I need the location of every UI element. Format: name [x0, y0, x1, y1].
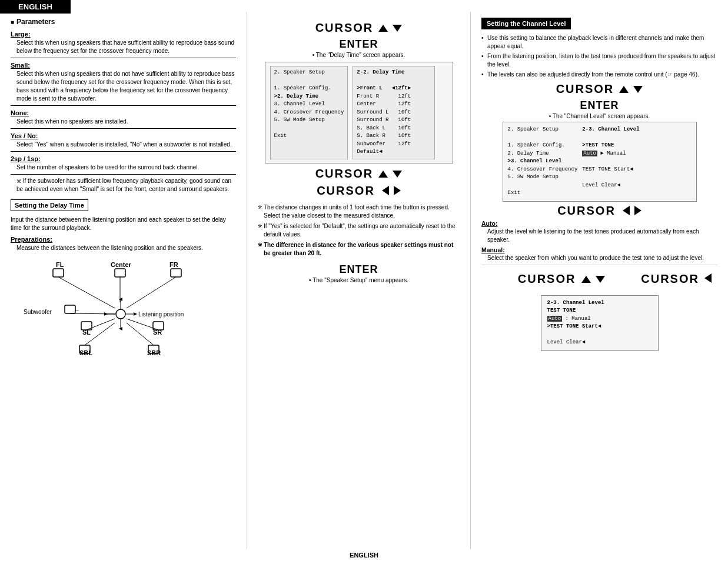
svg-text:FL: FL: [56, 261, 64, 268]
right-line-2: >Front L ◄12ft►: [357, 85, 431, 93]
preparations-desc: Measure the distances between the listen…: [16, 244, 236, 252]
svg-line-6: [58, 277, 115, 308]
right-line-8: S. Back R 10ft: [357, 132, 431, 141]
cursor-label-r1: CURSOR: [556, 82, 614, 96]
cursor-label-2: CURSOR: [315, 167, 374, 181]
divider-small: [11, 105, 236, 106]
ch-left-3: 1. Speaker Config.: [508, 142, 578, 150]
enter-desc-1: • The "Delay Time" screen appears.: [258, 52, 460, 58]
svg-text:Subwoofer: Subwoofer: [24, 309, 52, 315]
ch-left-7: 5. SW Mode Setup: [508, 173, 578, 182]
divider-none: [11, 128, 236, 129]
ch-left-2: [508, 134, 578, 142]
bottom-line-1: 2-3. Channel Level: [547, 299, 652, 308]
ch-left-5: >3. Channel Level: [508, 158, 578, 166]
parameters-title: Parameters: [11, 18, 236, 26]
menu-line-5: 3. Channel Level: [274, 101, 344, 109]
svg-text:Listening position: Listening position: [138, 311, 184, 318]
svg-text:─: ─: [75, 308, 79, 313]
yes-no-label: Yes / No:: [11, 132, 236, 139]
menu-line-4: >2. Delay Time: [274, 93, 344, 101]
delay-menu-left: 2. Speaker Setup 1. Speaker Config. >2. …: [270, 66, 348, 159]
yes-no-desc: Select "Yes" when a subwoofer is install…: [16, 141, 236, 149]
bottom-line-2: TEST TONE: [547, 307, 652, 315]
svg-text:Center: Center: [111, 261, 132, 268]
menu-line-8: [274, 125, 344, 133]
svg-point-13: [116, 309, 125, 319]
channel-menu-right: 2-3. Channel Level >TEST TONE Auto ► Man…: [582, 126, 639, 198]
cursor-label-r4: CURSOR: [641, 272, 699, 286]
menu-line-9: Exit: [274, 132, 344, 141]
ch-right-3: Auto ► Manual: [582, 150, 639, 158]
cursor-arrows-ud-2: [378, 171, 402, 178]
enter-block-1: ENTER • The "Delay Time" screen appears.: [258, 38, 460, 58]
right-line-1: [357, 77, 431, 85]
svg-rect-10: [65, 305, 75, 313]
middle-column: CURSOR ENTER • The "Delay Time" screen a…: [247, 12, 471, 549]
enter-desc-2: • The "Speaker Setup" menu appears.: [258, 277, 460, 283]
preparations-label: Preparations:: [11, 236, 236, 243]
cursor-right-arrow-1[interactable]: [394, 186, 401, 195]
cursor-left-r2[interactable]: [623, 206, 630, 215]
cursor-down-arrow-2[interactable]: [393, 171, 402, 178]
channel-level-screen: 2. Speaker Setup 1. Speaker Config. 2. D…: [503, 122, 697, 202]
twosp-desc: Set the number of speakers to be used fo…: [16, 163, 236, 172]
cursor-up-arrow-1[interactable]: [378, 25, 388, 32]
channel-level-title: Setting the Channel Level: [481, 18, 571, 29]
manual-desc: Select the speaker from which you want t…: [487, 254, 717, 262]
subwoofer-note: ※ If the subwoofer has sufficient low fr…: [16, 177, 236, 193]
right-line-5: Surround L 10ft: [357, 109, 431, 117]
ch-right-6: [582, 173, 639, 182]
right-line-title: 2-2. Delay Time: [357, 69, 431, 77]
svg-line-23: [87, 319, 115, 330]
delay-intro: Input the distance between the listening…: [11, 216, 236, 232]
bottom-line-5: [547, 331, 652, 339]
cursor-down-arrow-1[interactable]: [393, 25, 402, 32]
cursor-up-r1[interactable]: [619, 86, 629, 93]
enter-desc-r1: • The "Channel Level" screen appears.: [481, 113, 717, 119]
divider-large: [11, 58, 236, 58]
enter-label-r1[interactable]: ENTER: [481, 99, 717, 112]
twosp-label: 2sp / 1sp:: [11, 155, 236, 162]
ch-right-5: TEST TONE Start◄: [582, 166, 639, 174]
cursor-left-r4[interactable]: [704, 273, 712, 283]
menu-line-1: 2. Speaker Setup: [274, 69, 344, 77]
ch-right-4: [582, 158, 639, 166]
small-label: Small:: [11, 62, 236, 69]
cursor-arrows-ud-1: [378, 25, 402, 32]
cursor-label-3: CURSOR: [317, 184, 375, 198]
cursor-up-r3[interactable]: [581, 276, 591, 283]
delay-section-title: Setting the Delay Time: [11, 199, 88, 211]
cursor-left-arrow-1[interactable]: [382, 186, 389, 195]
ch-left-9: Exit: [508, 189, 578, 198]
ch-left-6: 4. Crossover Frequency: [508, 166, 578, 174]
large-label: Large:: [11, 31, 236, 38]
right-column: Setting the Channel Level Use this setti…: [471, 12, 728, 549]
enter-label-2[interactable]: ENTER: [258, 263, 460, 276]
cursor-block-r2: CURSOR: [481, 204, 717, 218]
cursor-up-arrow-2[interactable]: [378, 171, 388, 178]
ch-right-title: 2-3. Channel Level: [582, 126, 639, 134]
small-desc: Select this when using speakers that do …: [16, 70, 236, 103]
cursor-down-r3[interactable]: [596, 276, 605, 283]
bottom-line-3: Auto : Manual: [547, 315, 652, 323]
svg-rect-3: [53, 269, 64, 277]
enter-label-1[interactable]: ENTER: [258, 38, 460, 51]
cursor-block-1: CURSOR: [258, 21, 460, 35]
manual-label: Manual:: [481, 246, 717, 253]
cursor-label-r2: CURSOR: [557, 204, 616, 218]
cursor-right-r2[interactable]: [634, 206, 641, 215]
cursor-arrows-r3: [581, 276, 605, 283]
cursor-block-2: CURSOR: [258, 167, 460, 181]
cursor-down-r1[interactable]: [633, 86, 643, 93]
cursor-block-r1: CURSOR: [481, 82, 717, 96]
svg-line-24: [127, 319, 158, 330]
cursor-arrows-r4: [704, 273, 712, 283]
bottom-line-4: >TEST TONE Start◄: [547, 323, 652, 331]
delay-menu-right: 2-2. Delay Time >Front L ◄12ft► Front R …: [353, 66, 435, 159]
channel-level-bullets: Use this setting to balance the playback…: [481, 34, 717, 79]
menu-line-3: 1. Speaker Config.: [274, 85, 344, 93]
right-line-7: S. Back L 10ft: [357, 125, 431, 133]
menu-line-6: 4. Crossover Frequency: [274, 109, 344, 117]
ch-right-2: >TEST TONE: [582, 142, 639, 150]
